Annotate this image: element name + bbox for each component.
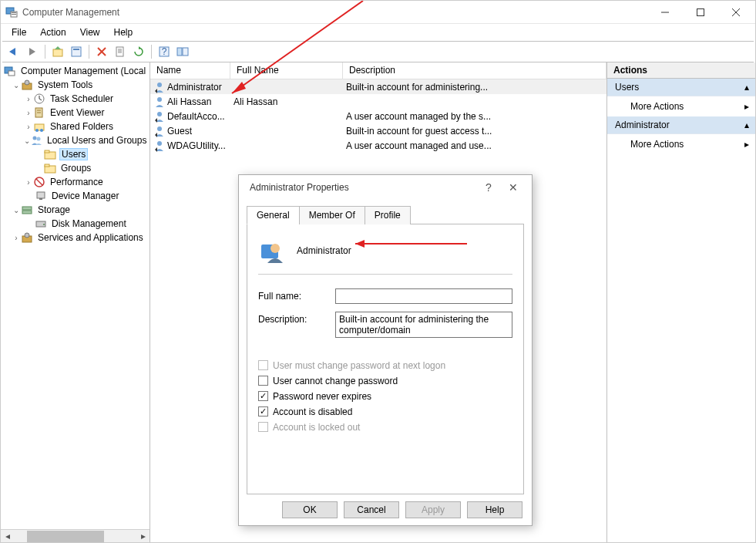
check-account-disabled[interactable]: ✓ Account is disabled	[258, 406, 512, 417]
svg-marker-60	[155, 133, 157, 137]
collapse-icon: ▴	[744, 120, 749, 130]
properties-dialog: Administrator Properties ? ✕ General Mem…	[238, 174, 533, 526]
user-disabled-icon	[153, 81, 166, 93]
actions-more-administrator[interactable]: More Actions ▸	[607, 134, 755, 154]
minimize-button[interactable]	[647, 1, 683, 24]
svg-point-39	[37, 137, 41, 141]
help-button[interactable]: ?	[156, 43, 173, 60]
dialog-close-button[interactable]: ✕	[501, 178, 526, 197]
column-name[interactable]: Name	[150, 62, 230, 79]
actions-more-users[interactable]: More Actions ▸	[607, 96, 755, 116]
properties-button[interactable]	[68, 43, 85, 60]
menu-action[interactable]: Action	[34, 25, 72, 39]
check-account-locked-out: Account is locked out	[258, 422, 512, 433]
back-button[interactable]	[5, 43, 22, 60]
svg-point-37	[40, 129, 43, 132]
tab-general[interactable]: General	[247, 206, 300, 224]
tree-storage[interactable]: ⌄Storage	[1, 203, 150, 217]
show-hide-button[interactable]	[174, 43, 191, 60]
checkbox-checked-icon[interactable]: ✓	[258, 406, 268, 417]
list-row[interactable]: Guest Built-in account for guest access …	[150, 123, 606, 138]
actions-section-administrator[interactable]: Administrator ▴	[607, 116, 755, 134]
column-description[interactable]: Description	[343, 62, 606, 79]
dialog-help-button[interactable]: ?	[476, 178, 501, 197]
collapse-icon[interactable]: ⌄	[12, 206, 21, 214]
column-fullname[interactable]: Full Name	[230, 62, 343, 79]
expand-icon[interactable]: ›	[24, 178, 33, 187]
expand-icon[interactable]: ›	[12, 234, 21, 242]
ok-button[interactable]: OK	[282, 501, 338, 518]
svg-point-51	[43, 224, 45, 225]
menu-help[interactable]: Help	[108, 25, 139, 39]
expand-icon[interactable]: ›	[24, 95, 33, 103]
svg-point-38	[33, 137, 37, 140]
up-button[interactable]	[49, 43, 66, 60]
tree-users[interactable]: Users	[1, 147, 150, 161]
delete-button[interactable]	[93, 43, 110, 60]
user-disabled-icon	[153, 125, 166, 137]
help-button[interactable]: Help	[467, 501, 522, 518]
scroll-right-arrow[interactable]: ▸	[136, 530, 150, 543]
list-row[interactable]: Administrator Built-in account for admin…	[150, 79, 606, 94]
tree-groups[interactable]: Groups	[1, 161, 150, 175]
divider	[258, 274, 512, 275]
list-header: Name Full Name Description	[150, 62, 606, 79]
list-row[interactable]: DefaultAcco... A user account managed by…	[150, 109, 606, 123]
tab-profile[interactable]: Profile	[365, 206, 411, 224]
actions-section-users[interactable]: Users ▴	[607, 79, 755, 96]
collapse-icon[interactable]: ⌄	[12, 81, 21, 89]
svg-rect-49	[22, 211, 32, 214]
svg-point-57	[157, 112, 162, 116]
tree-performance[interactable]: ›Performance	[1, 175, 150, 189]
svg-rect-23	[177, 48, 182, 56]
list-row[interactable]: WDAGUtility... A user account managed an…	[150, 138, 606, 153]
tree-services-applications[interactable]: ›Services and Applications	[1, 231, 150, 245]
expand-icon[interactable]: ›	[24, 123, 33, 131]
maximize-button[interactable]	[683, 1, 718, 24]
svg-rect-3	[12, 14, 16, 15]
tab-member-of[interactable]: Member Of	[299, 206, 365, 224]
apply-button[interactable]: Apply	[405, 501, 461, 518]
svg-rect-12	[72, 47, 81, 56]
checkbox-checked-icon[interactable]: ✓	[258, 391, 268, 401]
tree-shared-folders[interactable]: ›Shared Folders	[1, 120, 150, 133]
svg-marker-55	[155, 89, 157, 93]
fullname-label: Full name:	[258, 288, 335, 302]
tree-event-viewer[interactable]: ›Event Viewer	[1, 106, 150, 120]
dialog-titlebar: Administrator Properties ? ✕	[239, 175, 532, 201]
svg-rect-2	[12, 12, 16, 13]
close-button[interactable]	[718, 1, 754, 24]
svg-rect-24	[183, 48, 188, 56]
menu-view[interactable]: View	[74, 25, 106, 39]
tree-task-scheduler[interactable]: ›Task Scheduler	[1, 92, 150, 106]
collapse-icon[interactable]: ⌄	[24, 137, 30, 145]
forward-button[interactable]	[24, 43, 41, 60]
description-input[interactable]: Built-in account for administering the c…	[335, 312, 512, 338]
menu-file[interactable]: File	[5, 25, 32, 39]
scroll-thumb[interactable]	[27, 531, 104, 542]
tree-root[interactable]: Computer Management (Local	[1, 64, 150, 78]
refresh-button[interactable]	[130, 43, 147, 60]
svg-point-61	[157, 141, 162, 146]
check-password-never-expires[interactable]: ✓ Password never expires	[258, 391, 512, 402]
computer-management-icon	[5, 6, 18, 19]
tree-horizontal-scrollbar[interactable]: ◂ ▸	[1, 529, 150, 542]
list-row[interactable]: Ali Hassan Ali Hassan	[150, 94, 606, 109]
svg-rect-48	[22, 207, 32, 210]
scroll-left-arrow[interactable]: ◂	[1, 530, 14, 543]
toolbar: ?	[2, 41, 754, 62]
tree-local-users-groups[interactable]: ⌄Local Users and Groups	[1, 133, 150, 147]
cancel-button[interactable]: Cancel	[344, 501, 399, 518]
navigation-tree[interactable]: Computer Management (Local ⌄System Tools…	[1, 62, 150, 529]
svg-line-45	[36, 179, 42, 185]
check-cannot-change-password[interactable]: User cannot change password	[258, 376, 512, 386]
tree-disk-management[interactable]: Disk Management	[1, 217, 150, 231]
svg-marker-9	[29, 48, 35, 56]
fullname-input[interactable]	[335, 288, 512, 304]
tree-system-tools[interactable]: ⌄System Tools	[1, 78, 150, 92]
export-button[interactable]	[112, 43, 129, 60]
expand-icon[interactable]: ›	[24, 109, 33, 117]
tree-device-manager[interactable]: Device Manager	[1, 189, 150, 203]
svg-rect-47	[39, 198, 42, 200]
checkbox-icon[interactable]	[258, 376, 268, 386]
